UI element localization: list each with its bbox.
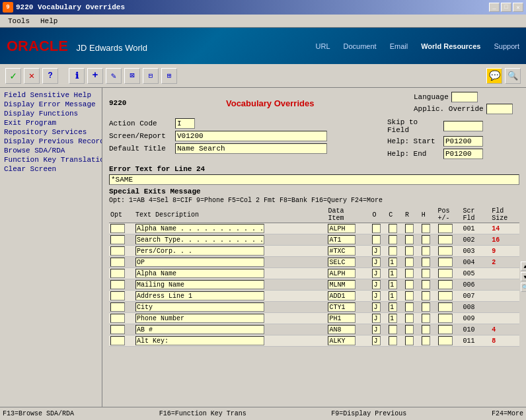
scroll-down-button[interactable]: ▼ (521, 272, 526, 281)
data-item-input[interactable] (328, 280, 356, 289)
r-input[interactable] (405, 302, 414, 312)
text-desc-input[interactable] (135, 269, 264, 278)
minimize-button[interactable]: _ (489, 3, 500, 12)
nav-world-resources[interactable]: World Resources (421, 42, 480, 50)
pos-input[interactable] (438, 224, 453, 233)
opt-input[interactable] (110, 325, 125, 334)
o-input[interactable] (372, 336, 381, 345)
c-input[interactable] (389, 246, 397, 256)
search-button[interactable]: 🔍 (505, 68, 521, 84)
text-desc-input[interactable] (135, 314, 264, 323)
c-input[interactable] (389, 314, 397, 323)
data-item-input[interactable] (328, 246, 356, 256)
screen-report-input[interactable] (175, 131, 327, 141)
error-text-input[interactable] (109, 174, 519, 185)
chat-button[interactable]: 💬 (486, 68, 502, 84)
r-input[interactable] (405, 314, 414, 323)
opt-input[interactable] (110, 246, 125, 256)
edit-button[interactable]: ✎ (106, 68, 122, 84)
ok-button[interactable]: ✓ (5, 68, 21, 84)
nav-document[interactable]: Document (344, 42, 377, 50)
c-input[interactable] (389, 291, 397, 300)
default-title-input[interactable] (175, 143, 327, 154)
r-input[interactable] (405, 269, 414, 278)
copy-button[interactable]: ⊟ (143, 68, 159, 84)
r-input[interactable] (405, 325, 414, 334)
pos-input[interactable] (438, 246, 453, 256)
pos-input[interactable] (438, 280, 453, 289)
data-item-input[interactable] (328, 269, 356, 278)
o-input[interactable] (372, 258, 381, 267)
nav-url[interactable]: URL (316, 42, 330, 50)
menu-tools[interactable]: Tools (3, 16, 35, 26)
skip-to-field-input[interactable] (443, 121, 483, 131)
o-input[interactable] (372, 246, 381, 256)
o-input[interactable] (372, 325, 381, 334)
opt-input[interactable] (110, 336, 125, 345)
help-end-input[interactable] (443, 149, 483, 159)
applic-override-input[interactable] (486, 104, 513, 114)
sidebar-item-function-key-translation[interactable]: Function Key Translation (0, 155, 102, 164)
close-button[interactable]: ✕ (513, 3, 523, 12)
pos-input[interactable] (438, 235, 453, 244)
opt-input[interactable] (110, 302, 125, 312)
sidebar-item-display-error-message[interactable]: Display Error Message (0, 100, 102, 109)
pos-input[interactable] (438, 314, 453, 323)
c-input[interactable] (389, 258, 397, 267)
h-input[interactable] (422, 314, 430, 323)
h-input[interactable] (422, 302, 430, 312)
o-input[interactable] (372, 291, 381, 300)
pos-input[interactable] (438, 291, 453, 300)
o-input[interactable] (372, 302, 381, 312)
r-input[interactable] (405, 336, 414, 345)
r-input[interactable] (405, 291, 414, 300)
h-input[interactable] (422, 336, 430, 345)
opt-input[interactable] (110, 280, 125, 289)
h-input[interactable] (422, 235, 430, 244)
h-input[interactable] (422, 291, 430, 300)
text-desc-input[interactable] (135, 336, 264, 345)
o-input[interactable] (372, 269, 381, 278)
c-input[interactable] (389, 269, 397, 278)
text-desc-input[interactable] (135, 246, 264, 256)
maximize-button[interactable]: □ (501, 3, 511, 12)
data-item-input[interactable] (328, 224, 356, 233)
opt-input[interactable] (110, 314, 125, 323)
help-button[interactable]: ? (42, 68, 58, 84)
o-input[interactable] (372, 235, 381, 244)
c-input[interactable] (389, 235, 397, 244)
data-item-input[interactable] (328, 325, 356, 334)
r-input[interactable] (405, 235, 414, 244)
help-start-input[interactable] (443, 136, 483, 147)
nav-support[interactable]: Support (494, 42, 519, 50)
o-input[interactable] (372, 314, 381, 323)
pos-input[interactable] (438, 258, 453, 267)
h-input[interactable] (422, 269, 430, 278)
h-input[interactable] (422, 224, 430, 233)
pos-input[interactable] (438, 269, 453, 278)
c-input[interactable] (389, 325, 397, 334)
c-input[interactable] (389, 224, 397, 233)
text-desc-input[interactable] (135, 235, 264, 244)
text-desc-input[interactable] (135, 325, 264, 334)
scroll-up-button[interactable]: ▲ (521, 262, 526, 271)
info-button[interactable]: ℹ (69, 68, 85, 84)
sidebar-item-clear-screen[interactable]: Clear Screen (0, 164, 102, 174)
nav-email[interactable]: Email (390, 42, 408, 50)
window-controls[interactable]: _ □ ✕ (489, 3, 523, 12)
c-input[interactable] (389, 280, 397, 289)
c-input[interactable] (389, 302, 397, 312)
data-item-input[interactable] (328, 314, 356, 323)
r-input[interactable] (405, 246, 414, 256)
sidebar-item-browse-sda-rda[interactable]: Browse SDA/RDA (0, 146, 102, 155)
opt-input[interactable] (110, 224, 125, 233)
cancel-button[interactable]: ✕ (24, 68, 40, 84)
opt-input[interactable] (110, 235, 125, 244)
data-item-input[interactable] (328, 235, 356, 244)
delete-button[interactable]: ⊠ (124, 68, 140, 84)
action-code-input[interactable] (175, 118, 195, 129)
h-input[interactable] (422, 258, 430, 267)
o-input[interactable] (372, 224, 381, 233)
data-item-input[interactable] (328, 291, 356, 300)
data-item-input[interactable] (328, 336, 356, 345)
